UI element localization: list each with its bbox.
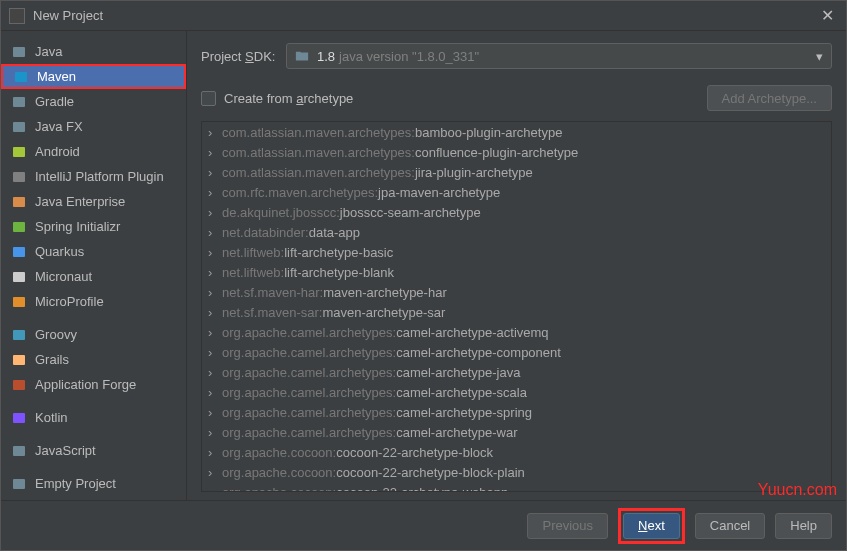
sidebar-item-label: Java Enterprise [35, 194, 125, 209]
archetype-artifact: jbosscc-seam-archetype [340, 205, 481, 220]
sidebar-item-android[interactable]: Android [1, 139, 186, 164]
archetype-item[interactable]: ›com.atlassian.maven.archetypes:jira-plu… [202, 162, 831, 182]
main-panel: Project SDK: 1.8 java version "1.8.0_331… [187, 31, 846, 500]
sidebar-item-java-fx[interactable]: Java FX [1, 114, 186, 139]
chevron-right-icon: › [208, 405, 222, 420]
sidebar-item-micronaut[interactable]: Micronaut [1, 264, 186, 289]
archetype-group: net.sf.maven-sar: [222, 305, 322, 320]
chevron-right-icon: › [208, 325, 222, 340]
archetype-artifact: camel-archetype-activemq [396, 325, 548, 340]
archetype-item[interactable]: ›org.apache.camel.archetypes:camel-arche… [202, 342, 831, 362]
archetype-item[interactable]: ›org.apache.camel.archetypes:camel-arche… [202, 362, 831, 382]
archetype-group: net.sf.maven-har: [222, 285, 323, 300]
add-archetype-button[interactable]: Add Archetype... [707, 85, 832, 111]
archetype-artifact: jpa-maven-archetype [378, 185, 500, 200]
maven-icon [13, 69, 29, 85]
archetype-list[interactable]: ›com.atlassian.maven.archetypes:bamboo-p… [201, 121, 832, 492]
chevron-down-icon: ▾ [816, 49, 823, 64]
js-icon [11, 443, 27, 459]
archetype-artifact: bamboo-plugin-archetype [415, 125, 562, 140]
new-project-window: New Project ✕ JavaMavenGradleJava FXAndr… [0, 0, 847, 551]
sidebar-item-empty-project[interactable]: Empty Project [1, 471, 186, 496]
archetype-item[interactable]: ›com.atlassian.maven.archetypes:bamboo-p… [202, 122, 831, 142]
archetype-item[interactable]: ›org.apache.camel.archetypes:camel-arche… [202, 402, 831, 422]
javaee-icon [11, 194, 27, 210]
archetype-artifact: camel-archetype-spring [396, 405, 532, 420]
archetype-artifact: camel-archetype-war [396, 425, 517, 440]
chevron-right-icon: › [208, 345, 222, 360]
archetype-group: org.apache.camel.archetypes: [222, 365, 396, 380]
app-icon [9, 8, 25, 24]
svg-rect-16 [13, 479, 25, 489]
sidebar-item-java-enterprise[interactable]: Java Enterprise [1, 189, 186, 214]
archetype-group: net.liftweb: [222, 265, 284, 280]
close-icon[interactable]: ✕ [817, 6, 838, 25]
sidebar-item-application-forge[interactable]: Application Forge [1, 372, 186, 397]
archetype-group: com.atlassian.maven.archetypes: [222, 145, 415, 160]
sidebar-item-microprofile[interactable]: MicroProfile [1, 289, 186, 314]
create-from-archetype-checkbox[interactable] [201, 91, 216, 106]
archetype-item[interactable]: ›com.atlassian.maven.archetypes:confluen… [202, 142, 831, 162]
archetype-group: com.rfc.maven.archetypes: [222, 185, 378, 200]
sidebar-item-intellij-platform-plugin[interactable]: IntelliJ Platform Plugin [1, 164, 186, 189]
archetype-item[interactable]: ›org.apache.camel.archetypes:camel-arche… [202, 382, 831, 402]
previous-button[interactable]: Previous [527, 513, 608, 539]
sidebar-item-java[interactable]: Java [1, 39, 186, 64]
svg-rect-4 [13, 147, 25, 157]
chevron-right-icon: › [208, 145, 222, 160]
svg-rect-8 [13, 247, 25, 257]
archetype-artifact: lift-archetype-blank [284, 265, 394, 280]
archetype-artifact: camel-archetype-component [396, 345, 561, 360]
sidebar-item-quarkus[interactable]: Quarkus [1, 239, 186, 264]
archetype-item[interactable]: ›com.rfc.maven.archetypes:jpa-maven-arch… [202, 182, 831, 202]
chevron-right-icon: › [208, 185, 222, 200]
next-button-highlight: Next [618, 508, 685, 544]
svg-rect-10 [13, 297, 25, 307]
sidebar-item-label: Spring Initializr [35, 219, 120, 234]
cancel-button[interactable]: Cancel [695, 513, 765, 539]
archetype-item[interactable]: ›de.akquinet.jbosscc:jbosscc-seam-archet… [202, 202, 831, 222]
archetype-item[interactable]: ›net.databinder:data-app [202, 222, 831, 242]
archetype-item[interactable]: ›net.sf.maven-sar:maven-archetype-sar [202, 302, 831, 322]
forge-icon [11, 377, 27, 393]
sidebar-item-grails[interactable]: Grails [1, 347, 186, 372]
archetype-item[interactable]: ›net.sf.maven-har:maven-archetype-har [202, 282, 831, 302]
archetype-item[interactable]: ›org.apache.camel.archetypes:camel-arche… [202, 322, 831, 342]
svg-rect-5 [13, 172, 25, 182]
archetype-item[interactable]: ›net.liftweb:lift-archetype-basic [202, 242, 831, 262]
next-button[interactable]: Next [623, 513, 680, 539]
sidebar-item-label: Java [35, 44, 62, 59]
sidebar-item-label: Micronaut [35, 269, 92, 284]
archetype-artifact: confluence-plugin-archetype [415, 145, 578, 160]
chevron-right-icon: › [208, 125, 222, 140]
sidebar-item-gradle[interactable]: Gradle [1, 89, 186, 114]
sdk-version: 1.8 [317, 49, 335, 64]
microprofile-icon [11, 294, 27, 310]
folder-icon [11, 476, 27, 492]
sidebar-item-label: Groovy [35, 327, 77, 342]
archetype-item[interactable]: ›org.apache.camel.archetypes:camel-arche… [202, 422, 831, 442]
archetype-artifact: lift-archetype-basic [284, 245, 393, 260]
archetype-item[interactable]: ›org.apache.cocoon:cocoon-22-archetype-b… [202, 442, 831, 462]
sidebar-item-spring-initializr[interactable]: Spring Initializr [1, 214, 186, 239]
sidebar-item-label: Quarkus [35, 244, 84, 259]
sidebar-item-kotlin[interactable]: Kotlin [1, 405, 186, 430]
sidebar-item-maven[interactable]: Maven [1, 64, 186, 89]
archetype-item[interactable]: ›net.liftweb:lift-archetype-blank [202, 262, 831, 282]
svg-rect-14 [13, 413, 25, 423]
groovy-icon [11, 327, 27, 343]
archetype-group: org.apache.camel.archetypes: [222, 325, 396, 340]
help-button[interactable]: Help [775, 513, 832, 539]
sidebar-item-label: MicroProfile [35, 294, 104, 309]
sidebar-item-label: Gradle [35, 94, 74, 109]
chevron-right-icon: › [208, 245, 222, 260]
sidebar-item-javascript[interactable]: JavaScript [1, 438, 186, 463]
archetype-artifact: cocoon-22-archetype-block [336, 445, 493, 460]
archetype-item[interactable]: ›org.apache.cocoon:cocoon-22-archetype-b… [202, 462, 831, 482]
archetype-group: org.apache.cocoon: [222, 465, 336, 480]
project-type-sidebar: JavaMavenGradleJava FXAndroidIntelliJ Pl… [1, 31, 187, 500]
archetype-item[interactable]: ›org.apache.cocoon:cocoon-22-archetype-w… [202, 482, 831, 492]
sidebar-item-groovy[interactable]: Groovy [1, 322, 186, 347]
chevron-right-icon: › [208, 465, 222, 480]
sdk-dropdown[interactable]: 1.8 java version "1.8.0_331" ▾ [286, 43, 832, 69]
